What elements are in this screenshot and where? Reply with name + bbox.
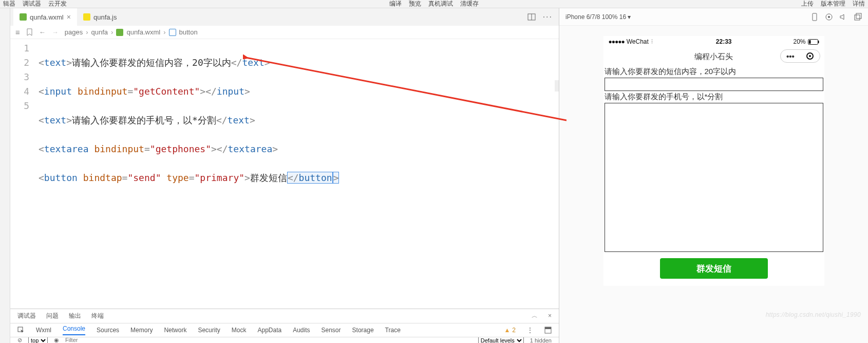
line-gutter: 1 2 3 4 5 [10,39,39,309]
clear-console-icon[interactable]: ⊘ [17,337,22,343]
time-label: 22:33 [654,38,794,45]
send-sms-button[interactable]: 群发短信 [660,258,768,279]
subtab-storage[interactable]: Storage [352,327,374,334]
sms-content-label: 请输入你要群发的短信内容，20字以内 [605,67,823,77]
editor-tabs: qunfa.wxml × qunfa.js ··· [10,8,559,26]
left-sidebar [0,8,10,343]
kebab-icon[interactable]: ⋮ [527,327,533,334]
split-editor-icon[interactable] [527,13,536,21]
crumb-file[interactable]: qunfa.wxml [126,28,160,36]
watermark: https://blog.csdn.net/qiushi_1990 [766,311,861,318]
menu-cloud[interactable]: 云开发 [48,0,67,8]
warning-badge[interactable]: ▲2 [504,327,516,334]
subtab-sources[interactable]: Sources [97,327,119,334]
crumb-pages[interactable]: pages [65,28,83,36]
svg-point-9 [828,16,830,18]
devtab-terminal[interactable]: 终端 [91,312,104,320]
filter-input[interactable] [65,337,158,343]
more-icon[interactable]: ··· [543,12,553,22]
menu-remote-debug[interactable]: 真机调试 [428,0,453,8]
record-icon[interactable] [825,13,833,21]
menu-detail[interactable]: 详情 [853,0,865,8]
cursor-marker [555,80,559,92]
subtab-security[interactable]: Security [198,327,220,334]
phone-status-bar: ●●●●● WeChat ⋮ 22:33 20% [603,36,824,47]
tab-qunfa-wxml[interactable]: qunfa.wxml × [13,8,77,26]
capsule-menu-icon[interactable]: ••• [786,52,795,61]
outline-icon[interactable]: ≡ [15,28,20,37]
subtab-wxml[interactable]: Wxml [36,327,51,334]
menu-editor[interactable]: 辑器 [3,0,15,8]
subtab-memory[interactable]: Memory [130,327,153,334]
code-body[interactable]: <text>请输入你要群发的短信内容，20字以内</text> <input b… [39,39,339,309]
svg-rect-14 [818,41,819,43]
forward-icon[interactable]: → [52,28,59,36]
device-rotate-icon[interactable] [810,13,819,21]
code-editor[interactable]: 1 2 3 4 5 <text>请输入你要群发的短信内容，20字以内</text… [10,39,559,309]
signal-icon: ●●●●● [609,38,625,45]
crumb-element[interactable]: button [179,28,198,36]
devtab-problems[interactable]: 问题 [46,312,59,320]
menu-clear-cache[interactable]: 清缓存 [460,0,479,8]
capsule-button[interactable]: ••• [780,49,820,63]
app-nav-bar: 编程小石头 ••• [603,47,824,66]
hidden-count: 1 hidden [530,337,552,343]
element-icon [169,29,176,36]
subtab-mock[interactable]: Mock [232,327,247,334]
wxml-file-icon [20,13,27,21]
devtab-debugger[interactable]: 调试器 [17,312,36,320]
subtab-audits[interactable]: Audits [293,327,310,334]
svg-rect-11 [856,13,861,19]
preview-toolbar: iPhone 6/7/8 100% 16 ▾ [559,8,868,26]
dock-icon[interactable] [544,327,552,334]
bookmark-icon[interactable] [26,28,33,36]
tab-label: qunfa.wxml [30,13,64,21]
subtab-appdata[interactable]: AppData [257,327,281,334]
menu-debugger[interactable]: 调试器 [23,0,41,8]
subtab-sensor[interactable]: Sensor [322,327,341,334]
back-icon[interactable]: ← [39,28,46,36]
menu-compile[interactable]: 编译 [389,0,402,8]
devtab-output[interactable]: 输出 [69,312,81,320]
mute-icon[interactable] [839,13,847,21]
tab-qunfa-js[interactable]: qunfa.js [77,8,123,26]
carrier-label: WeChat [627,38,649,45]
tab-label: qunfa.js [93,13,117,21]
crumb-folder[interactable]: qunfa [91,28,108,36]
wifi-icon: ⋮ [650,39,654,44]
menu-preview[interactable]: 预览 [409,0,421,8]
device-label[interactable]: iPhone 6/7/8 100% 16 ▾ [565,13,631,21]
menu-version[interactable]: 版本管理 [821,0,845,8]
devtools-panel: 调试器 问题 输出 终端 ︿ × Wxml Console Sources Me… [10,309,559,343]
subtab-console[interactable]: Console [63,325,85,335]
eye-icon[interactable]: ◉ [54,337,59,343]
sms-content-input[interactable] [605,78,823,91]
editor-toolbar: ≡ ← → pages › qunfa › qunfa.wxml › butto… [10,26,559,39]
app-title: 编程小石头 [694,52,733,62]
svg-rect-13 [809,40,811,44]
context-select[interactable]: top [28,337,48,343]
level-select[interactable]: Default levels [478,337,524,343]
phone-numbers-textarea[interactable] [605,103,823,252]
svg-rect-6 [545,327,551,329]
battery-indicator: 20% [793,38,819,45]
popout-icon[interactable] [854,13,862,21]
subtab-trace[interactable]: Trace [385,327,401,334]
chevron-up-icon[interactable]: ︿ [532,312,538,320]
close-icon[interactable]: × [67,13,71,21]
app-top-menu: 辑器 调试器 云开发 编译 预览 真机调试 清缓存 上传 版本管理 详情 [0,0,868,8]
menu-upload[interactable]: 上传 [801,0,814,8]
inspect-icon[interactable] [17,327,25,334]
capsule-close-icon[interactable] [806,52,814,60]
breadcrumb[interactable]: pages › qunfa › qunfa.wxml › button [65,28,198,36]
phone-numbers-label: 请输入你要群发的手机号，以*分割 [605,92,823,102]
svg-rect-7 [813,13,817,21]
phone-simulator: ●●●●● WeChat ⋮ 22:33 20% 编程小石头 ••• 请输入你要… [603,36,824,286]
subtab-network[interactable]: Network [164,327,186,334]
svg-rect-10 [855,15,860,20]
wxml-file-icon [116,29,123,36]
js-file-icon [83,13,90,21]
close-icon[interactable]: × [548,312,552,319]
